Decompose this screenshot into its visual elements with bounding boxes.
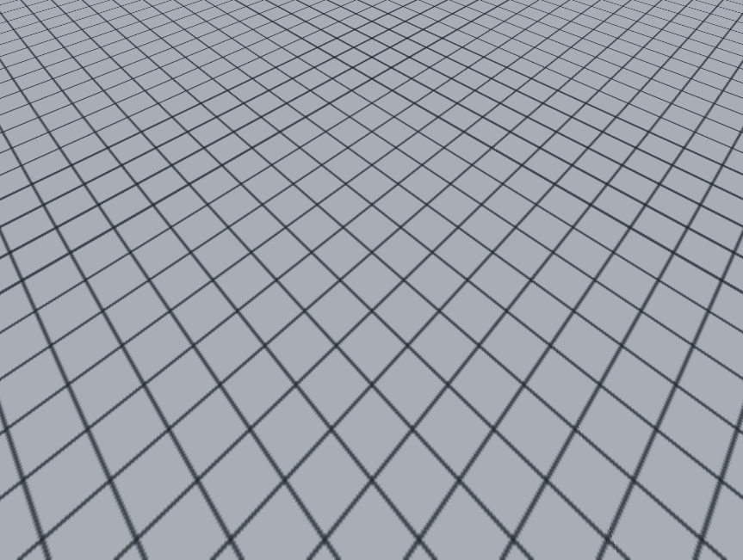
weight-value-cell: 8.27 G (618, 318, 724, 329)
metal-row[interactable]: 10K6.01 G (473, 408, 724, 418)
metal-group-row[interactable]: Platinum (473, 251, 724, 262)
metal-group-name: Palladium (473, 206, 616, 217)
metal-row[interactable]: 18K8.68 G (473, 195, 724, 206)
toggle-knob (622, 133, 631, 143)
metal-group-name: Platinum (473, 251, 616, 262)
metal-table-body: Green Gold10K6.79 G14K7.73 G18K8.68 GPal… (473, 162, 724, 441)
calculate-button[interactable]: Calculate (473, 480, 724, 495)
weight-value-cell: 7.73 G (618, 184, 724, 194)
metal-name-cell: 14K (473, 374, 616, 385)
metal-group-name: Rose Gold (473, 285, 616, 295)
column-header-weight: Weight (618, 151, 724, 161)
weight-value-cell: 8.40 G (618, 430, 724, 440)
metal-name-cell: 10K (473, 363, 616, 373)
metal-group-row[interactable]: Green Gold (473, 162, 724, 172)
column-header-metal: Metal (473, 151, 616, 161)
metal-group-weight-cell (618, 352, 724, 362)
weight-value-cell: 8.53 G (618, 240, 724, 250)
metal-group-weight-cell (618, 329, 724, 340)
metal-name-cell: White 14K (473, 229, 616, 239)
metal-row[interactable]: 14K7.11 G (473, 307, 724, 317)
weight-value-cell: 6.01 G (618, 363, 724, 373)
metal-name-cell: 18K (473, 430, 616, 440)
panel-title: Metal Weights (475, 113, 536, 123)
metal-name-cell: 14K (473, 307, 616, 317)
metal-group-name: Green Gold (473, 162, 616, 172)
metal-name-cell: 14K (473, 419, 616, 429)
metal-group-weight-cell (618, 397, 724, 407)
metal-row[interactable]: White 18K8.53 G (473, 240, 724, 250)
cube-element (371, 329, 398, 361)
metal-row[interactable]: 18K8.40 G (473, 430, 724, 440)
weight-value-cell: 6.30 G (618, 296, 724, 306)
weight-value-cell: 5.67 G (618, 341, 724, 351)
metal-group-weight-cell (618, 285, 724, 295)
metal-name-cell: 10K (473, 296, 616, 306)
metal-row[interactable]: 10K6.30 G (473, 296, 724, 306)
weight-value-cell: 7.11 G (618, 307, 724, 317)
metal-group-row[interactable]: White Gold (473, 352, 724, 362)
metal-row[interactable]: 18K8.27 G (473, 318, 724, 329)
metal-row[interactable]: Iridium11.76 G (473, 262, 724, 273)
weight-value-cell: 6.79 G (618, 173, 724, 183)
metal-row[interactable]: 18K7.99 G (473, 385, 724, 396)
weight-value-cell: 6.85 G (618, 374, 724, 385)
metal-name-cell: 14K (473, 184, 616, 194)
close-icon[interactable]: ✕ (708, 110, 721, 124)
selected-materials-toggle[interactable] (620, 132, 648, 145)
selected-materials-label: Selected Materials (465, 132, 591, 143)
weight-value-cell: 7.99 G (618, 385, 724, 396)
metal-group-name: Yellow Gold (473, 397, 616, 407)
metal-group-row[interactable]: Rose Gold (473, 285, 724, 295)
metal-group-weight-cell (618, 162, 724, 172)
metal-name-cell: White Super 14K (473, 218, 616, 228)
metal-row[interactable]: 14K7.73 G (473, 184, 724, 194)
metal-name-cell: 18K (473, 385, 616, 396)
viewport[interactable]: Metal Weights ✕ Selected Materials GRAMS… (0, 0, 743, 560)
metal-row[interactable]: 14K6.85 G (473, 374, 724, 385)
metal-name-cell: 10K (473, 173, 616, 183)
metal-weights-panel: Metal Weights ✕ Selected Materials GRAMS… (464, 106, 730, 501)
weight-value-cell: 8.68 G (618, 195, 724, 206)
metal-group-row[interactable]: Palladium (473, 206, 724, 217)
metal-name-cell: 10K (473, 408, 616, 418)
weight-value-cell: 7.84 G (618, 218, 724, 228)
ring-model[interactable] (17, 39, 482, 545)
weight-value-cell: 7.09 G (618, 419, 724, 429)
x-axis-line (261, 261, 405, 303)
metal-row[interactable]: 14K7.09 G (473, 419, 724, 429)
metal-row[interactable]: White 14K7.85 G (473, 229, 724, 239)
metal-name-cell: Iridium (473, 262, 616, 273)
metal-name-cell: White 18K (473, 240, 616, 250)
weight-value-cell: 11.29 G (618, 274, 724, 284)
metal-row[interactable]: Sterling Silver5.67 G (473, 341, 724, 351)
metal-row[interactable]: White Super 14K7.84 G (473, 218, 724, 228)
weight-value-cell: 11.76 G (618, 262, 724, 273)
metal-name-cell: Sterling Silver (473, 341, 616, 351)
metal-row[interactable]: 10K6.79 G (473, 173, 724, 183)
metal-row[interactable]: Ruthenium11.29 G (473, 274, 724, 284)
metal-group-weight-cell (618, 251, 724, 262)
metal-group-name: Silver (473, 329, 616, 340)
metal-group-row[interactable]: Yellow Gold (473, 397, 724, 407)
units-button[interactable]: GRAMS (658, 126, 725, 150)
metal-group-weight-cell (618, 206, 724, 217)
metal-name-cell: 18K (473, 195, 616, 206)
weight-value-cell: 6.01 G (618, 408, 724, 418)
metal-group-row[interactable]: Silver (473, 329, 724, 340)
metal-name-cell: Ruthenium (473, 274, 616, 284)
metal-row[interactable]: 10K6.01 G (473, 363, 724, 373)
metal-group-name: White Gold (473, 352, 616, 362)
metal-name-cell: 18K (473, 318, 616, 329)
weight-value-cell: 7.85 G (618, 229, 724, 239)
